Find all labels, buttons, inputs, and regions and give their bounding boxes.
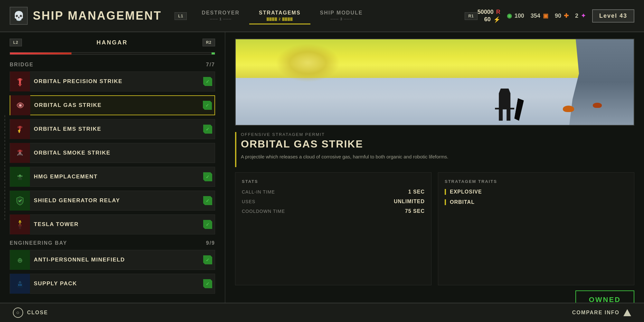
svg-rect-22 <box>17 283 23 288</box>
orbital-gas-strike-icon: ☠ <box>10 95 30 115</box>
svg-rect-25 <box>18 284 20 286</box>
traits-panel: STRATAGEM TRAITS EXPLOSIVE ORBITAL <box>438 172 634 286</box>
orange-resource: 354 ▣ <box>531 12 548 19</box>
detail-panels: STATS CALL-IN TIME 1 SEC USES UNLIMITED … <box>235 172 634 286</box>
orbital-precision-strike-icon <box>10 71 30 91</box>
orbital-ems-strike-icon <box>10 119 30 139</box>
tab-ship-module[interactable]: SHIP MODULE ─── 3 ─── <box>310 7 373 24</box>
anti-personnel-minefield-icon <box>10 250 30 270</box>
item-tesla-tower[interactable]: TESLA TOWER ✓ <box>10 214 215 234</box>
stat-uses-value: UNLIMITED <box>394 199 425 204</box>
level-badge: Level 43 <box>592 9 634 23</box>
main-content: L2 HANGAR R2 BRIDGE 7/7 <box>0 32 644 316</box>
hmg-emplacement-name: HMG EMPLACEMENT <box>30 174 203 180</box>
stat-row-uses: USES UNLIMITED <box>242 199 425 204</box>
anti-personnel-minefield-name: ANTI-PERSONNEL MINEFIELD <box>30 257 203 263</box>
btn-r2[interactable]: R2 <box>203 39 215 46</box>
svg-rect-19 <box>20 258 20 260</box>
trait-orbital-name: ORBITAL <box>450 199 475 205</box>
compare-action[interactable]: COMPARE INFO <box>572 309 631 316</box>
item-supply-pack[interactable]: SUPPLY PACK ✓ <box>10 274 215 294</box>
item-shield-generator-relay[interactable]: SHIELD GENERATOR RELAY ✓ <box>10 191 215 211</box>
hangar-bar-fill <box>10 52 71 54</box>
time-value: 60 <box>484 16 491 23</box>
owned-badge-2: ✓ <box>203 125 212 134</box>
btn-l1[interactable]: L1 <box>175 12 187 20</box>
tab-destroyer[interactable]: DESTROYER ─── 1 ─── <box>192 7 249 24</box>
cross-icon: ✚ <box>564 12 569 19</box>
svg-text:☠: ☠ <box>19 104 22 107</box>
orbital-precision-strike-name: ORBITAL PRECISION STRIKE <box>30 78 203 85</box>
svg-rect-1 <box>19 78 21 84</box>
stat-callin-value: 1 SEC <box>408 189 425 195</box>
svg-rect-26 <box>20 284 22 286</box>
stats-title: STATS <box>242 179 425 184</box>
owned-badge-7: ✓ <box>203 255 212 264</box>
nav-tabs: DESTROYER ─── 1 ─── STRATAGEMS ▓▓▓▓ 2 ▓▓… <box>192 7 461 24</box>
owned-badge-1: ✓ <box>203 101 212 110</box>
btn-r1[interactable]: R1 <box>465 12 477 20</box>
close-circle-btn[interactable]: ○ <box>13 308 23 318</box>
tab-stratagems[interactable]: STRATAGEMS ▓▓▓▓ 2 ▓▓▓▓ <box>249 7 310 24</box>
section-bridge-label: BRIDGE 7/7 <box>10 62 215 68</box>
orbital-ems-strike-name: ORBITAL EMS STRIKE <box>30 126 203 132</box>
pink-icon: ✦ <box>581 12 586 19</box>
svg-rect-24 <box>19 281 21 282</box>
cross-resource: 90 ✚ <box>555 12 569 19</box>
svg-point-16 <box>19 220 21 222</box>
traits-title: STRATAGEM TRAITS <box>445 179 628 184</box>
req-resource: 50000 R <box>478 9 500 15</box>
stat-row-callin: CALL-IN TIME 1 SEC <box>242 189 425 195</box>
item-anti-personnel-minefield[interactable]: ANTI-PERSONNEL MINEFIELD ✓ <box>10 250 215 270</box>
stat-callin-label: CALL-IN TIME <box>242 189 275 194</box>
hmg-emplacement-icon <box>10 167 30 187</box>
tesla-tower-name: TESLA TOWER <box>30 221 203 228</box>
orbital-smoke-strike-name: ORBITAL SMOKE STRIKE <box>30 150 212 156</box>
supply-pack-name: SUPPLY PACK <box>30 280 203 287</box>
item-orbital-precision-strike[interactable]: ORBITAL PRECISION STRIKE ✓ <box>10 71 215 91</box>
owned-badge-6: ✓ <box>203 220 212 229</box>
stats-panel: STATS CALL-IN TIME 1 SEC USES UNLIMITED … <box>235 172 431 286</box>
stratagem-info-block: OFFENSIVE STRATAGEM PERMIT ORBITAL GAS S… <box>235 132 634 167</box>
orbital-gas-strike-name: ORBITAL GAS STRIKE <box>30 102 203 109</box>
stratagem-description: A projectile which releases a cloud of c… <box>241 153 634 161</box>
scene-rocks <box>569 39 634 125</box>
compare-label: COMPARE INFO <box>572 310 620 316</box>
req-icon: R <box>496 9 500 15</box>
pink-resource: 2 ✦ <box>575 12 586 19</box>
circle-icon: ◉ <box>507 12 512 19</box>
hangar-bar <box>10 52 215 55</box>
scene-explosion <box>276 43 340 82</box>
compare-triangle-btn[interactable] <box>623 309 631 316</box>
stat-row-cooldown: COOLDOWN TIME 75 SEC <box>242 208 425 214</box>
trait-bar-0 <box>445 189 446 195</box>
owned-badge-0: ✓ <box>203 77 212 86</box>
stat-uses-label: USES <box>242 199 255 204</box>
resources-area: 50000 R 60 ⚡ ◉ 100 354 ▣ 90 ✚ 2 <box>478 9 634 23</box>
tesla-tower-icon <box>10 214 30 234</box>
resources-stacked: 50000 R 60 ⚡ <box>478 9 500 23</box>
scene-bug2 <box>593 103 602 108</box>
item-hmg-emplacement[interactable]: HMG EMPLACEMENT ✓ <box>10 167 215 187</box>
svg-marker-2 <box>18 84 22 87</box>
page-title: SHIP MANAGEMENT <box>33 9 162 23</box>
header: 💀 SHIP MANAGEMENT L1 DESTROYER ─── 1 ───… <box>0 0 644 32</box>
right-panel: OFFENSIVE STRATAGEM PERMIT ORBITAL GAS S… <box>225 32 644 316</box>
trait-orbital: ORBITAL <box>445 199 628 205</box>
item-orbital-gas-strike[interactable]: ☠ ORBITAL GAS STRIKE ✓ <box>10 95 215 115</box>
shield-generator-relay-name: SHIELD GENERATOR RELAY <box>30 197 203 204</box>
orange-value: 354 <box>531 13 540 19</box>
close-label: CLOSE <box>27 310 48 316</box>
item-orbital-ems-strike[interactable]: ORBITAL EMS STRIKE ✓ <box>10 119 215 139</box>
stat-cooldown-label: COOLDOWN TIME <box>242 209 285 214</box>
svg-rect-20 <box>18 260 19 261</box>
btn-l2[interactable]: L2 <box>10 39 22 46</box>
orange-icon: ▣ <box>543 12 548 19</box>
trait-explosive-name: EXPLOSIVE <box>450 189 482 195</box>
item-orbital-smoke-strike[interactable]: ORBITAL SMOKE STRIKE <box>10 143 215 163</box>
stratagem-title: ORBITAL GAS STRIKE <box>241 138 634 150</box>
circle-resource: ◉ 100 <box>507 12 524 19</box>
shield-generator-relay-icon <box>10 191 30 211</box>
stat-cooldown-value: 75 SEC <box>405 208 425 214</box>
close-action[interactable]: ○ CLOSE <box>13 308 48 318</box>
